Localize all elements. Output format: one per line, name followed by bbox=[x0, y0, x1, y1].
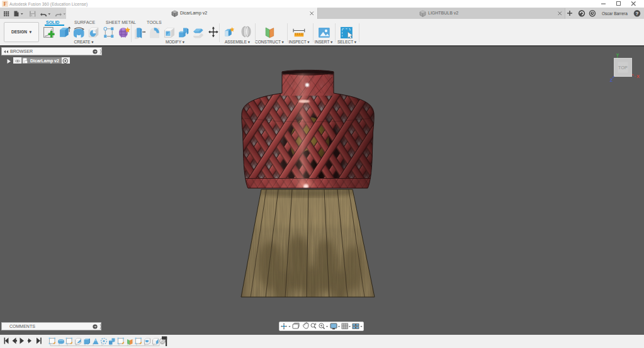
svg-text:F: F bbox=[3, 1, 6, 7]
svg-text:Y: Y bbox=[616, 53, 619, 57]
svg-text:-: - bbox=[634, 74, 636, 78]
svg-text:X: X bbox=[636, 74, 640, 79]
svg-text:Z: Z bbox=[610, 77, 613, 83]
svg-text:TOP: TOP bbox=[618, 65, 628, 70]
svg-text:?: ? bbox=[636, 11, 639, 16]
